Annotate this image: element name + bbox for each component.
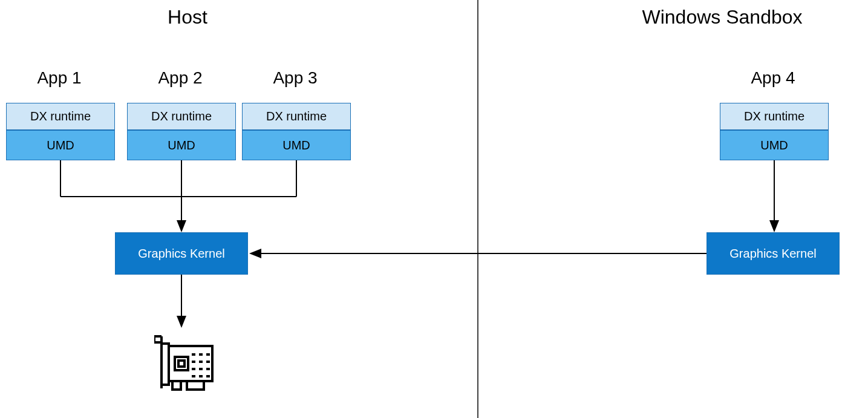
app3-label: App 3 xyxy=(265,68,325,88)
app1-label: App 1 xyxy=(29,68,90,88)
host-heading: Host xyxy=(151,6,224,28)
svg-rect-12 xyxy=(175,357,188,370)
app4-dx-runtime: DX runtime xyxy=(720,103,829,130)
app2-umd: UMD xyxy=(127,130,236,160)
app4-label: App 4 xyxy=(743,68,803,88)
app4-umd: UMD xyxy=(720,130,829,160)
app1-umd: UMD xyxy=(6,130,115,160)
connector-lines xyxy=(0,0,868,418)
app1-dx-runtime: DX runtime xyxy=(6,103,115,130)
sandbox-graphics-kernel: Graphics Kernel xyxy=(706,232,840,275)
host-graphics-kernel: Graphics Kernel xyxy=(115,232,248,275)
svg-rect-13 xyxy=(178,361,184,367)
sandbox-heading: Windows Sandbox xyxy=(631,6,813,28)
gpu-card-icon xyxy=(154,333,215,402)
app3-umd: UMD xyxy=(242,130,351,160)
app3-dx-runtime: DX runtime xyxy=(242,103,351,130)
svg-rect-26 xyxy=(172,381,181,390)
app2-dx-runtime: DX runtime xyxy=(127,103,236,130)
app2-label: App 2 xyxy=(150,68,210,88)
svg-rect-27 xyxy=(187,381,204,390)
